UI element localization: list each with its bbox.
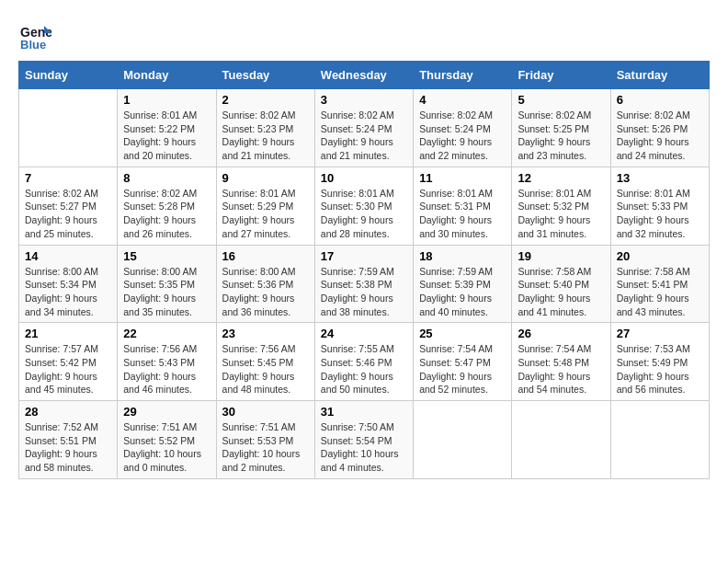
week-row-2: 7Sunrise: 8:02 AMSunset: 5:27 PMDaylight…: [19, 167, 710, 245]
day-number: 25: [419, 327, 506, 340]
weekday-header-friday: Friday: [512, 62, 610, 89]
day-number: 11: [419, 171, 506, 185]
day-cell: 8Sunrise: 8:02 AMSunset: 5:28 PMDaylight…: [118, 167, 216, 245]
logo-icon: General Blue: [18, 18, 51, 52]
day-info: Sunrise: 8:02 AMSunset: 5:24 PMDaylight:…: [419, 109, 506, 163]
day-number: 19: [518, 249, 604, 263]
day-cell: 21Sunrise: 7:57 AMSunset: 5:42 PMDayligh…: [19, 323, 118, 401]
day-number: 2: [222, 93, 309, 107]
day-number: 8: [123, 171, 210, 185]
day-cell: 22Sunrise: 7:56 AMSunset: 5:43 PMDayligh…: [118, 323, 216, 401]
day-info: Sunrise: 8:01 AMSunset: 5:32 PMDaylight:…: [518, 187, 604, 241]
weekday-header-monday: Monday: [118, 62, 216, 89]
day-info: Sunrise: 7:50 AMSunset: 5:54 PMDaylight:…: [321, 420, 407, 475]
calendar-body: 1Sunrise: 8:01 AMSunset: 5:22 PMDaylight…: [19, 89, 710, 479]
day-cell: 6Sunrise: 8:02 AMSunset: 5:26 PMDaylight…: [610, 89, 709, 167]
weekday-header-saturday: Saturday: [610, 62, 709, 89]
day-info: Sunrise: 7:52 AMSunset: 5:51 PMDaylight:…: [25, 420, 111, 475]
day-number: 7: [25, 171, 111, 185]
day-cell: [512, 401, 610, 479]
day-cell: [610, 401, 709, 479]
day-number: 22: [123, 327, 210, 340]
day-info: Sunrise: 7:58 AMSunset: 5:40 PMDaylight:…: [518, 265, 604, 319]
week-row-1: 1Sunrise: 8:01 AMSunset: 5:22 PMDaylight…: [19, 89, 710, 167]
day-number: 23: [222, 327, 309, 340]
day-cell: 7Sunrise: 8:02 AMSunset: 5:27 PMDaylight…: [19, 167, 118, 245]
week-row-4: 21Sunrise: 7:57 AMSunset: 5:42 PMDayligh…: [19, 323, 710, 401]
day-number: 20: [617, 249, 703, 263]
day-info: Sunrise: 8:02 AMSunset: 5:23 PMDaylight:…: [222, 109, 309, 163]
day-cell: 10Sunrise: 8:01 AMSunset: 5:30 PMDayligh…: [314, 167, 413, 245]
day-number: 30: [222, 405, 309, 419]
day-number: 6: [617, 93, 703, 107]
day-info: Sunrise: 7:54 AMSunset: 5:48 PMDaylight:…: [518, 342, 604, 396]
day-cell: 24Sunrise: 7:55 AMSunset: 5:46 PMDayligh…: [314, 323, 413, 401]
day-cell: 12Sunrise: 8:01 AMSunset: 5:32 PMDayligh…: [512, 167, 610, 245]
calendar-table: SundayMondayTuesdayWednesdayThursdayFrid…: [18, 61, 710, 479]
day-cell: 16Sunrise: 8:00 AMSunset: 5:36 PMDayligh…: [216, 245, 314, 323]
day-info: Sunrise: 8:01 AMSunset: 5:31 PMDaylight:…: [419, 187, 506, 241]
day-info: Sunrise: 8:02 AMSunset: 5:25 PMDaylight:…: [518, 109, 604, 163]
weekday-header-row: SundayMondayTuesdayWednesdayThursdayFrid…: [19, 62, 710, 89]
day-cell: 31Sunrise: 7:50 AMSunset: 5:54 PMDayligh…: [314, 401, 413, 479]
day-cell: 26Sunrise: 7:54 AMSunset: 5:48 PMDayligh…: [512, 323, 610, 401]
day-number: 24: [321, 327, 407, 340]
day-number: 15: [123, 249, 210, 263]
calendar-header: SundayMondayTuesdayWednesdayThursdayFrid…: [19, 62, 710, 89]
day-cell: 5Sunrise: 8:02 AMSunset: 5:25 PMDaylight…: [512, 89, 610, 167]
day-cell: 28Sunrise: 7:52 AMSunset: 5:51 PMDayligh…: [19, 401, 118, 479]
svg-text:Blue: Blue: [20, 38, 46, 52]
day-cell: 13Sunrise: 8:01 AMSunset: 5:33 PMDayligh…: [610, 167, 709, 245]
weekday-header-wednesday: Wednesday: [314, 62, 413, 89]
day-info: Sunrise: 8:01 AMSunset: 5:22 PMDaylight:…: [123, 109, 210, 163]
day-cell: 11Sunrise: 8:01 AMSunset: 5:31 PMDayligh…: [414, 167, 512, 245]
page-header: General Blue: [18, 18, 710, 52]
day-info: Sunrise: 7:51 AMSunset: 5:52 PMDaylight:…: [123, 420, 210, 475]
day-cell: 17Sunrise: 7:59 AMSunset: 5:38 PMDayligh…: [314, 245, 413, 323]
day-number: 21: [25, 327, 111, 340]
day-number: 28: [25, 405, 111, 419]
day-cell: 19Sunrise: 7:58 AMSunset: 5:40 PMDayligh…: [512, 245, 610, 323]
day-info: Sunrise: 7:55 AMSunset: 5:46 PMDaylight:…: [321, 342, 407, 396]
day-number: 12: [518, 171, 604, 185]
day-info: Sunrise: 8:00 AMSunset: 5:36 PMDaylight:…: [222, 265, 309, 319]
day-cell: 9Sunrise: 8:01 AMSunset: 5:29 PMDaylight…: [216, 167, 314, 245]
day-info: Sunrise: 7:56 AMSunset: 5:45 PMDaylight:…: [222, 342, 309, 396]
day-number: 18: [419, 249, 506, 263]
day-cell: 4Sunrise: 8:02 AMSunset: 5:24 PMDaylight…: [414, 89, 512, 167]
day-cell: 3Sunrise: 8:02 AMSunset: 5:24 PMDaylight…: [314, 89, 413, 167]
day-number: 31: [321, 405, 407, 419]
day-number: 9: [222, 171, 309, 185]
day-cell: 29Sunrise: 7:51 AMSunset: 5:52 PMDayligh…: [118, 401, 216, 479]
day-info: Sunrise: 7:53 AMSunset: 5:49 PMDaylight:…: [617, 342, 703, 396]
weekday-header-sunday: Sunday: [19, 62, 118, 89]
day-info: Sunrise: 8:01 AMSunset: 5:30 PMDaylight:…: [321, 187, 407, 241]
day-cell: 25Sunrise: 7:54 AMSunset: 5:47 PMDayligh…: [414, 323, 512, 401]
day-cell: [414, 401, 512, 479]
day-number: 16: [222, 249, 309, 263]
day-number: 26: [518, 327, 604, 340]
day-number: 17: [321, 249, 407, 263]
week-row-3: 14Sunrise: 8:00 AMSunset: 5:34 PMDayligh…: [19, 245, 710, 323]
day-number: 10: [321, 171, 407, 185]
day-info: Sunrise: 8:02 AMSunset: 5:26 PMDaylight:…: [617, 109, 703, 163]
day-cell: 20Sunrise: 7:58 AMSunset: 5:41 PMDayligh…: [610, 245, 709, 323]
day-info: Sunrise: 7:58 AMSunset: 5:41 PMDaylight:…: [617, 265, 703, 319]
day-info: Sunrise: 8:00 AMSunset: 5:34 PMDaylight:…: [25, 265, 111, 319]
week-row-5: 28Sunrise: 7:52 AMSunset: 5:51 PMDayligh…: [19, 401, 710, 479]
day-number: 1: [123, 93, 210, 107]
day-info: Sunrise: 7:51 AMSunset: 5:53 PMDaylight:…: [222, 420, 309, 475]
day-info: Sunrise: 7:59 AMSunset: 5:39 PMDaylight:…: [419, 265, 506, 319]
day-cell: 18Sunrise: 7:59 AMSunset: 5:39 PMDayligh…: [414, 245, 512, 323]
day-cell: 30Sunrise: 7:51 AMSunset: 5:53 PMDayligh…: [216, 401, 314, 479]
day-info: Sunrise: 8:00 AMSunset: 5:35 PMDaylight:…: [123, 265, 210, 319]
day-cell: 27Sunrise: 7:53 AMSunset: 5:49 PMDayligh…: [610, 323, 709, 401]
day-info: Sunrise: 8:02 AMSunset: 5:28 PMDaylight:…: [123, 187, 210, 241]
day-info: Sunrise: 8:01 AMSunset: 5:33 PMDaylight:…: [617, 187, 703, 241]
day-info: Sunrise: 7:54 AMSunset: 5:47 PMDaylight:…: [419, 342, 506, 396]
weekday-header-tuesday: Tuesday: [216, 62, 314, 89]
day-cell: [19, 89, 118, 167]
day-cell: 1Sunrise: 8:01 AMSunset: 5:22 PMDaylight…: [118, 89, 216, 167]
day-info: Sunrise: 8:01 AMSunset: 5:29 PMDaylight:…: [222, 187, 309, 241]
logo: General Blue: [18, 18, 55, 52]
